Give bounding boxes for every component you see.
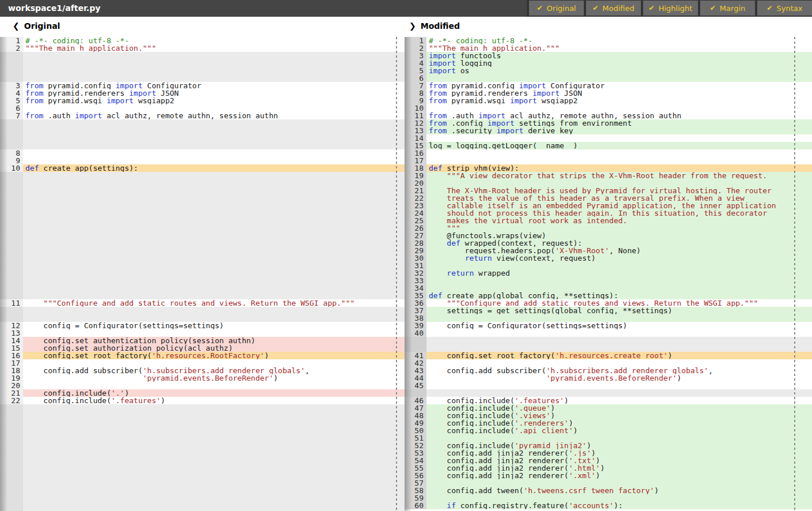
code-line: 18def strip_vhm(view): [405, 164, 812, 172]
line-number [0, 127, 23, 134]
code-text: config.set_root_factory('h.resources.cre… [426, 352, 812, 359]
filler-row [0, 434, 405, 442]
filler-row [0, 494, 405, 502]
code-text: config.include('.views') [426, 412, 812, 419]
code-text [23, 67, 405, 74]
line-number [0, 134, 23, 142]
code-line: 60 if config.registry.feature('accounts'… [405, 502, 812, 509]
code-text [426, 359, 812, 367]
line-number [0, 269, 23, 277]
toggle-highlight-button[interactable]: ✔ Highlight [643, 1, 698, 16]
filler-row [0, 262, 405, 269]
toggle-margin-button[interactable]: ✔ Margin [700, 1, 755, 16]
pane-headers: ❮ Original ❯ Modified [0, 17, 812, 37]
filler-row [0, 52, 405, 59]
toggle-modified-label: Modified [602, 4, 634, 13]
code-text [23, 292, 405, 299]
line-number [0, 494, 23, 502]
line-number: 40 [405, 329, 426, 337]
code-line: 23 callable itself is an embedded Pyrami… [405, 202, 812, 209]
code-text [426, 277, 812, 284]
code-text [23, 217, 405, 224]
line-number [0, 442, 23, 449]
line-number [0, 119, 23, 127]
code-text: """ [426, 224, 812, 232]
code-text: config.include('.api_client') [426, 427, 812, 434]
code-text: return view(context, request) [426, 254, 812, 262]
line-number [0, 457, 23, 464]
filler-row [0, 404, 405, 412]
line-number [0, 209, 23, 217]
filler-row [0, 127, 405, 134]
line-number: 7 [0, 112, 23, 119]
filler-row [0, 442, 405, 449]
filler-row [0, 179, 405, 187]
code-text: from pyramid.config import Configurator [426, 82, 812, 89]
code-text [23, 329, 405, 337]
toggle-original-button[interactable]: ✔ Original [529, 1, 584, 16]
code-text [426, 329, 812, 337]
filler-row [0, 284, 405, 292]
code-line: 44 'pyramid.events.BeforeRender') [405, 374, 812, 382]
code-line: 36 """Configure and add static routes an… [405, 299, 812, 307]
code-line: 43 config.add_subscriber('h.subscribers.… [405, 367, 812, 374]
code-line: 46 config.include('.features') [405, 397, 812, 404]
code-text: from pyramid.config import Configurator [23, 82, 405, 89]
line-number [0, 479, 23, 487]
code-line: 21 The X-Vhm-Root header is used by Pyra… [405, 187, 812, 194]
line-number [0, 412, 23, 419]
original-code-pane[interactable]: 1# -*- coding: utf-8 -*-2"""The main h a… [0, 37, 405, 511]
filler-row [0, 74, 405, 82]
modified-pane-header: ❯ Modified [409, 21, 460, 31]
diff-view: 1# -*- coding: utf-8 -*-2"""The main h a… [0, 37, 812, 511]
code-text [23, 59, 405, 67]
code-text [23, 404, 405, 412]
line-number [0, 284, 23, 292]
code-text [23, 119, 405, 127]
code-text [23, 419, 405, 427]
code-line: 6 [405, 74, 812, 82]
original-pane-title: Original [24, 21, 61, 31]
code-text: import os [426, 67, 812, 74]
code-text [23, 194, 405, 202]
code-text [23, 472, 405, 479]
code-line: 32 return wrapped [405, 269, 812, 277]
filler-row [0, 194, 405, 202]
toggle-modified-button[interactable]: ✔ Modified [586, 1, 641, 16]
code-text: config.add_jinja2_renderer('.xml') [426, 472, 812, 479]
code-line: 53 config.add_jinja2_renderer('.js') [405, 449, 812, 457]
code-text: from pyramid.renderers import JSON [23, 89, 405, 97]
code-text [23, 457, 405, 464]
filler-row [405, 344, 812, 352]
code-line: 15log = logging.getLogger(__name__) [405, 142, 812, 149]
code-text [23, 134, 405, 142]
code-text: """Configure and add static routes and v… [426, 299, 812, 307]
filler-row [0, 187, 405, 194]
code-text [23, 359, 405, 367]
code-line: 19 'pyramid.events.BeforeRender') [0, 374, 405, 382]
toggle-highlight-label: Highlight [659, 4, 693, 13]
code-line: 6 [0, 104, 405, 112]
code-text [23, 382, 405, 389]
line-number [0, 404, 23, 412]
code-text [23, 412, 405, 419]
window-title: workspace1/after.py [0, 0, 100, 17]
modified-code-pane[interactable]: 1# -*- coding: utf-8 -*-2"""The main h a… [405, 37, 812, 511]
line-number: 45 [405, 382, 426, 389]
code-text: from .config import settings_from_enviro… [426, 119, 812, 127]
code-text: """A view decorator that strips the X-Vh… [426, 172, 812, 179]
line-number: 22 [0, 397, 23, 404]
code-line: 8 [0, 149, 405, 157]
code-text: def wrapped(context, request): [426, 239, 812, 247]
toggle-syntax-button[interactable]: ✔ Syntax [757, 1, 812, 16]
filler-row [0, 239, 405, 247]
line-number: 2 [0, 44, 23, 52]
filler-row [0, 427, 405, 434]
line-number [0, 247, 23, 254]
toggle-original-label: Original [547, 4, 576, 13]
filler-row [0, 487, 405, 494]
line-number [0, 449, 23, 457]
code-line: 33 [405, 277, 812, 284]
code-line: 19 """A view decorator that strips the X… [405, 172, 812, 179]
code-line: 30 return view(context, request) [405, 254, 812, 262]
